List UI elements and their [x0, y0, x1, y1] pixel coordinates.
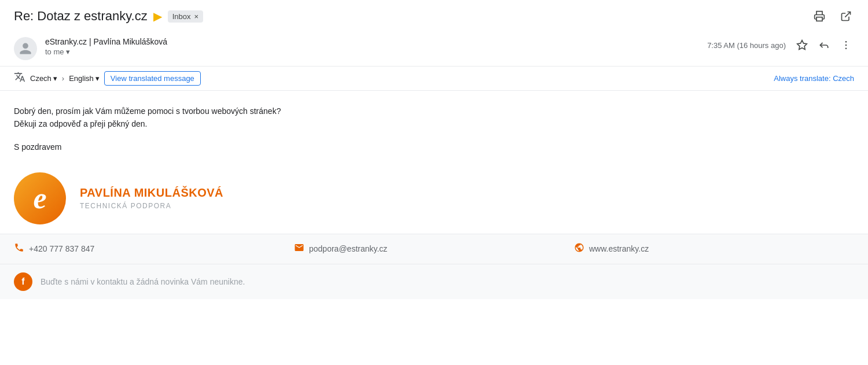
- email-header: Re: Dotaz z estranky.cz ▶ Inbox ×: [0, 0, 868, 30]
- signature: e PAVLÍNA MIKULÁŠKOVÁ TECHNICKÁ PODPORA: [0, 172, 868, 224]
- always-translate-link[interactable]: Always translate: Czech: [774, 74, 854, 83]
- sender-name: eStranky.cz | Pavlína Mikulášková: [45, 37, 167, 46]
- email-subject: Re: Dotaz z estranky.cz: [14, 9, 148, 24]
- source-language-dropdown[interactable]: Czech ▾: [30, 74, 57, 83]
- sig-text: PAVLÍNA MIKULÁŠKOVÁ TECHNICKÁ PODPORA: [80, 186, 223, 210]
- email-title-area: Re: Dotaz z estranky.cz ▶ Inbox ×: [14, 9, 203, 24]
- body-line1: Dobrý den, prosím jak Vám můžeme pomoci …: [14, 105, 854, 117]
- open-new-window-button[interactable]: [838, 8, 854, 24]
- sender-row: eStranky.cz | Pavlína Mikulášková to me …: [0, 30, 868, 66]
- translate-icon: [14, 71, 25, 86]
- email-contact: podpora@estranky.cz: [294, 242, 574, 256]
- svg-point-4: [845, 45, 847, 46]
- view-translated-button[interactable]: View translated message: [104, 71, 201, 86]
- phone-contact: +420 777 837 847: [14, 242, 294, 256]
- email-icon: [294, 242, 304, 256]
- inbox-label: Inbox: [172, 12, 191, 21]
- arrow-right-icon: ›: [62, 74, 64, 83]
- inbox-close-button[interactable]: ×: [194, 12, 198, 21]
- target-lang-label: English: [69, 74, 94, 83]
- target-language-dropdown[interactable]: English ▾: [69, 74, 100, 83]
- sig-content: e PAVLÍNA MIKULÁŠKOVÁ TECHNICKÁ PODPORA: [14, 172, 854, 224]
- website-url: www.estranky.cz: [589, 244, 649, 253]
- print-button[interactable]: [811, 8, 827, 24]
- body-text: Dobrý den, prosím jak Vám můžeme pomoci …: [14, 105, 854, 131]
- sender-left: eStranky.cz | Pavlína Mikulášková to me …: [14, 37, 167, 60]
- social-text: Buďte s námi v kontaktu a žádná novinka …: [41, 277, 245, 286]
- sender-to[interactable]: to me ▾: [45, 47, 167, 56]
- sender-info: eStranky.cz | Pavlína Mikulášková to me …: [45, 37, 167, 56]
- svg-rect-0: [816, 17, 822, 21]
- logo-letter: e: [33, 181, 46, 215]
- sig-title: TECHNICKÁ PODPORA: [80, 202, 223, 210]
- header-actions: [811, 8, 854, 24]
- svg-marker-2: [797, 40, 807, 50]
- closing-greeting: S pozdravem: [14, 142, 854, 152]
- phone-number: +420 777 837 847: [29, 244, 94, 253]
- body-line2: Děkuji za odpověď a přeji pěkný den.: [14, 117, 854, 130]
- sender-icons: [794, 37, 854, 53]
- svg-point-5: [845, 48, 847, 50]
- avatar: [14, 37, 37, 60]
- more-options-button[interactable]: [838, 37, 854, 53]
- facebook-icon[interactable]: f: [14, 272, 32, 291]
- email-body: Dobrý den, prosím jak Vám můžeme pomoci …: [0, 91, 868, 172]
- reply-button[interactable]: [816, 37, 832, 53]
- sig-name: PAVLÍNA MIKULÁŠKOVÁ: [80, 186, 223, 200]
- website-contact: www.estranky.cz: [574, 242, 854, 256]
- svg-line-1: [845, 12, 850, 17]
- source-lang-label: Czech: [30, 74, 52, 83]
- translation-bar: Czech ▾ › English ▾ View translated mess…: [0, 66, 868, 91]
- svg-point-3: [845, 41, 847, 43]
- social-bar: f Buďte s námi v kontaktu a žádná novink…: [0, 264, 868, 299]
- translation-left: Czech ▾ › English ▾ View translated mess…: [14, 71, 201, 86]
- inbox-badge: Inbox ×: [168, 10, 203, 23]
- email-address: podpora@estranky.cz: [309, 244, 387, 253]
- timestamp: 7:35 AM (16 hours ago): [707, 41, 786, 50]
- forward-arrow-icon: ▶: [153, 9, 162, 23]
- phone-icon: [14, 242, 24, 256]
- star-button[interactable]: [794, 37, 810, 53]
- globe-icon: [574, 242, 584, 256]
- company-logo: e: [14, 172, 66, 224]
- contact-bar: +420 777 837 847 podpora@estranky.cz www…: [0, 234, 868, 264]
- sender-right: 7:35 AM (16 hours ago): [707, 37, 854, 53]
